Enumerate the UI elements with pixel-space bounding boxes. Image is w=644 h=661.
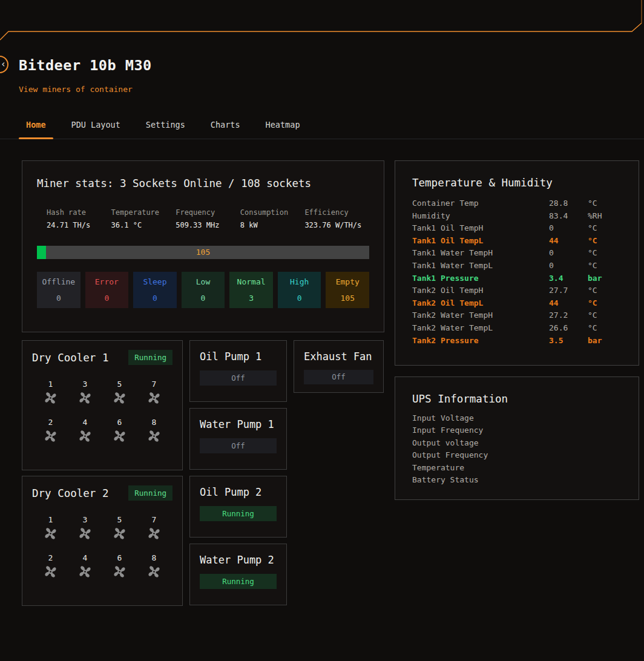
dry-cooler-2-card: Dry Cooler 2 Running 1 3 5	[22, 476, 183, 606]
temp-row-value: 27.7	[549, 284, 588, 297]
left-column: Miner stats: 3 Sockets Online / 108 sock…	[22, 160, 384, 606]
oil-pump-1-card: Oil Pump 1 Off	[189, 340, 287, 402]
back-button[interactable]: ‹	[0, 56, 8, 73]
pump-column-1: Oil Pump 1 Off Water Pump 1 Off	[189, 340, 287, 470]
fan-icon	[42, 428, 59, 444]
stat-value: 323.76 W/TH/s	[304, 221, 369, 229]
status-chip-row: Offline0Error0Sleep0Low0Normal3High0Empt…	[37, 272, 369, 308]
fan-unit-8: 8	[146, 553, 162, 580]
chip-count: 0	[182, 294, 225, 303]
temp-row-unit: bar	[588, 272, 622, 285]
temp-row-label: Tank1 Oil TempH	[412, 222, 549, 235]
temp-row-unit: bar	[588, 335, 622, 347]
temp-row-label: Tank1 Oil TempL	[412, 235, 549, 248]
chip-count: 0	[85, 294, 129, 303]
fan-icon	[42, 390, 59, 406]
temp-row-label: Tank2 Oil TempL	[412, 297, 549, 310]
status-chip-offline: Offline0	[37, 272, 80, 308]
fan-icon	[42, 525, 59, 542]
temperature-rows: Container Temp28.8°CHumidity83.4%RHTank1…	[412, 197, 622, 347]
oil-pump-2-card: Oil Pump 2 Running	[189, 476, 287, 538]
chip-count: 0	[133, 294, 177, 303]
stat-value: 36.1 °C	[111, 221, 176, 229]
temp-row: Tank2 Oil TempH27.7°C	[412, 284, 622, 297]
fan-icon	[146, 390, 162, 406]
stat-label: Hash rate	[47, 208, 111, 217]
fan-unit-7: 7	[146, 380, 162, 406]
tab-heatmap[interactable]: Heatmap	[258, 115, 307, 139]
temp-row-value: 0	[549, 260, 588, 272]
equipment-row-1: Dry Cooler 1 Running 1 3 5	[22, 340, 384, 470]
right-column: Temperature & Humidity Container Temp28.…	[395, 160, 639, 500]
ups-row-label: Input Voltage	[412, 412, 622, 424]
pump-title: Water Pump 1	[200, 418, 277, 430]
fan-number: 1	[42, 515, 59, 524]
temp-row: Tank1 Water TempH0°C	[412, 247, 622, 260]
stat-item: Hash rate24.71 TH/s	[47, 208, 111, 229]
status-chip-normal: Normal3	[229, 272, 273, 308]
fan-grid: 1 3 5	[32, 515, 172, 580]
exhaust-fan-card: Exhaust Fan Off	[294, 340, 384, 393]
temp-row: Tank1 Pressure3.4bar	[412, 272, 622, 285]
temp-row-label: Humidity	[412, 210, 549, 223]
stat-value: 24.71 TH/s	[47, 221, 111, 229]
pump-column-2: Oil Pump 2 Running Water Pump 2 Running	[189, 476, 287, 605]
status-chip-sleep: Sleep0	[133, 272, 177, 308]
pump-status-badge: Running	[200, 574, 277, 589]
fan-unit-2: 2	[42, 418, 59, 444]
hud-frame-line	[0, 0, 644, 42]
fan-row: 1 3 5	[33, 515, 171, 542]
fan-unit-8: 8	[146, 418, 162, 444]
stat-value: 8 kW	[240, 221, 305, 229]
ups-row-label: Output Frequency	[412, 449, 622, 461]
pump-title: Water Pump 2	[200, 554, 277, 566]
ups-row-label: Input Frequency	[412, 424, 622, 436]
tab-home[interactable]: Home	[19, 115, 53, 139]
water-pump-1-card: Water Pump 1 Off	[189, 408, 287, 470]
fan-unit-5: 5	[111, 515, 128, 542]
temp-row-unit: °C	[588, 222, 622, 235]
ups-information-panel: UPS Information Input VoltageInput Frequ…	[395, 377, 639, 500]
temp-row-value: 3.4	[549, 272, 588, 285]
cooler-status-badge: Running	[128, 350, 172, 365]
temperature-humidity-panel: Temperature & Humidity Container Temp28.…	[395, 160, 639, 366]
temp-row-unit: %RH	[588, 210, 622, 223]
stat-item: Consumption8 kW	[240, 208, 305, 229]
temp-row-label: Tank1 Pressure	[412, 272, 549, 285]
temp-row: Tank2 Water TempL26.6°C	[412, 322, 622, 335]
tab-bar: HomePDU LayoutSettingsChartsHeatmap	[0, 115, 644, 139]
temp-row: Tank1 Oil TempH0°C	[412, 222, 622, 235]
temp-row: Tank2 Pressure3.5bar	[412, 335, 622, 347]
fan-number: 3	[77, 515, 93, 524]
temp-row-unit: °C	[588, 297, 622, 310]
water-pump-2-card: Water Pump 2 Running	[189, 544, 287, 605]
temp-row-label: Container Temp	[412, 197, 549, 210]
fan-icon	[42, 564, 59, 580]
stat-label: Efficiency	[304, 208, 369, 217]
fan-unit-3: 3	[77, 515, 93, 542]
temp-row-unit: °C	[588, 284, 622, 297]
temp-row-unit: °C	[588, 309, 622, 322]
fan-number: 7	[146, 380, 162, 389]
status-chip-low: Low0	[182, 272, 225, 308]
temp-row-unit: °C	[588, 235, 622, 248]
temp-row-value: 3.5	[549, 335, 588, 347]
temp-row-value: 28.8	[549, 197, 588, 210]
fan-icon	[77, 564, 93, 580]
temp-row-label: Tank1 Water TempH	[412, 247, 549, 260]
miner-stats-row: Hash rate24.71 TH/sTemperature36.1 °CFre…	[37, 208, 369, 229]
temp-row-unit: °C	[588, 260, 622, 272]
fan-number: 6	[111, 553, 128, 562]
temp-row-value: 83.4	[549, 210, 588, 223]
view-miners-link[interactable]: View miners of container	[19, 85, 644, 94]
stat-item: Temperature36.1 °C	[111, 208, 176, 229]
chip-label: High	[278, 277, 321, 286]
tab-settings[interactable]: Settings	[139, 115, 192, 139]
stat-item: Frequency509.33 MHz	[176, 208, 240, 229]
fan-number: 4	[77, 553, 93, 562]
temp-row: Tank1 Oil TempL44°C	[412, 235, 622, 248]
tab-pdu-layout[interactable]: PDU Layout	[64, 115, 128, 139]
fan-row: 2 4 6	[33, 553, 171, 580]
tab-charts[interactable]: Charts	[203, 115, 248, 139]
pump-title: Exhaust Fan	[304, 350, 373, 363]
